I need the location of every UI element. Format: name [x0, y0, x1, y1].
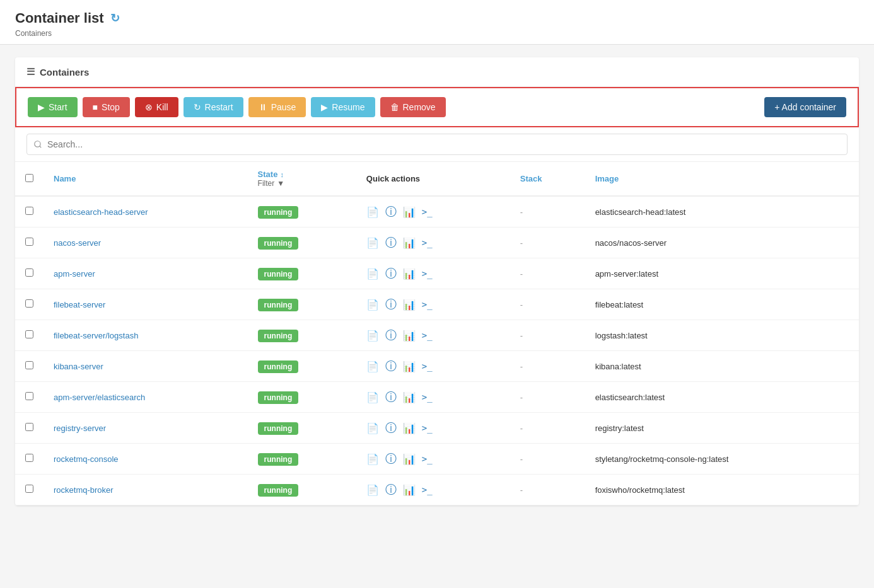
console-icon[interactable]: >_ — [422, 454, 433, 464]
info-icon[interactable]: ⓘ — [385, 328, 397, 343]
container-name-link[interactable]: rocketmq-broker — [54, 485, 114, 495]
resume-icon: ▶ — [321, 102, 328, 112]
console-icon[interactable]: >_ — [422, 238, 433, 248]
row-checkbox[interactable] — [25, 330, 33, 338]
status-badge: running — [258, 330, 299, 342]
image-cell: logstash:latest — [585, 320, 859, 351]
row-checkbox[interactable] — [25, 392, 33, 400]
pause-button[interactable]: ⏸ Pause — [248, 97, 306, 117]
logs-icon[interactable]: 📄 — [366, 484, 379, 496]
console-icon[interactable]: >_ — [422, 330, 433, 340]
container-name-link[interactable]: apm-server — [54, 269, 95, 279]
row-checkbox[interactable] — [25, 268, 33, 277]
state-filter-icon[interactable]: ▼ — [277, 179, 284, 188]
logs-icon[interactable]: 📄 — [366, 299, 379, 311]
console-icon[interactable]: >_ — [422, 361, 433, 371]
image-cell: styletang/rocketmq-console-ng:latest — [585, 444, 859, 475]
info-icon[interactable]: ⓘ — [385, 359, 397, 374]
container-name-link[interactable]: apm-server/elasticsearch — [54, 393, 145, 402]
stats-icon[interactable]: 📊 — [403, 360, 416, 372]
kill-button[interactable]: ⊗ Kill — [135, 97, 178, 117]
info-icon[interactable]: ⓘ — [385, 420, 397, 435]
info-icon[interactable]: ⓘ — [385, 266, 397, 281]
status-badge: running — [258, 206, 299, 219]
image-cell: apm-server:latest — [585, 258, 859, 289]
logs-icon[interactable]: 📄 — [366, 268, 379, 280]
logs-icon[interactable]: 📄 — [366, 391, 379, 403]
stats-icon[interactable]: 📊 — [403, 453, 416, 465]
console-icon[interactable]: >_ — [422, 268, 433, 279]
container-name-link[interactable]: filebeat-server — [54, 300, 105, 309]
container-name-link[interactable]: rocketmq-console — [54, 454, 119, 464]
refresh-icon[interactable]: ↻ — [110, 11, 120, 25]
col-header-state: State ↕ Filter ▼ — [248, 162, 356, 196]
stats-icon[interactable]: 📊 — [403, 422, 416, 434]
containers-icon: ☰ — [26, 66, 35, 78]
state-sort-icon[interactable]: ↕ — [280, 171, 284, 178]
row-checkbox[interactable] — [25, 207, 33, 215]
search-input[interactable] — [26, 134, 848, 155]
console-icon[interactable]: >_ — [422, 392, 433, 402]
status-badge: running — [258, 268, 299, 280]
logs-icon[interactable]: 📄 — [366, 422, 379, 434]
quick-actions-cell: 📄 ⓘ 📊 >_ — [366, 266, 500, 281]
resume-button[interactable]: ▶ Resume — [311, 97, 375, 117]
stats-icon[interactable]: 📊 — [403, 391, 416, 403]
image-cell: foxiswho/rocketmq:latest — [585, 475, 859, 505]
stack-cell: - — [510, 320, 585, 351]
remove-button[interactable]: 🗑 Remove — [380, 97, 446, 117]
logs-icon[interactable]: 📄 — [366, 453, 379, 465]
col-header-image: Image — [585, 162, 859, 196]
info-icon[interactable]: ⓘ — [385, 297, 397, 312]
stats-icon[interactable]: 📊 — [403, 330, 416, 342]
stop-button[interactable]: ■ Stop — [83, 97, 130, 117]
status-badge: running — [258, 422, 299, 435]
stats-icon[interactable]: 📊 — [403, 484, 416, 496]
container-name-link[interactable]: kibana-server — [54, 362, 103, 371]
logs-icon[interactable]: 📄 — [366, 206, 379, 218]
container-name-link[interactable]: nacos-server — [54, 238, 101, 248]
row-checkbox[interactable] — [25, 454, 33, 462]
table-row: registry-server running 📄 ⓘ 📊 >_ - regis… — [15, 413, 859, 444]
container-name-link[interactable]: filebeat-server/logstash — [54, 331, 138, 340]
console-icon[interactable]: >_ — [422, 207, 433, 217]
info-icon[interactable]: ⓘ — [385, 389, 397, 405]
select-all-checkbox[interactable] — [25, 174, 33, 182]
row-checkbox[interactable] — [25, 299, 33, 308]
stats-icon[interactable]: 📊 — [403, 206, 416, 218]
row-checkbox[interactable] — [25, 238, 33, 246]
restart-button[interactable]: ↻ Restart — [184, 97, 243, 117]
card-header: ☰ Containers — [15, 57, 859, 87]
stats-icon[interactable]: 📊 — [403, 268, 416, 280]
table-row: elasticsearch-head-server running 📄 ⓘ 📊 … — [15, 196, 859, 228]
logs-icon[interactable]: 📄 — [366, 360, 379, 372]
table-row: apm-server running 📄 ⓘ 📊 >_ - apm-server… — [15, 258, 859, 289]
logs-icon[interactable]: 📄 — [366, 330, 379, 342]
info-icon[interactable]: ⓘ — [385, 482, 397, 497]
start-button[interactable]: ▶ Start — [28, 97, 78, 117]
status-badge: running — [258, 299, 299, 311]
console-icon[interactable]: >_ — [422, 299, 433, 309]
main-content: ☰ Containers ▶ Start ■ Stop ⊗ Kill ↻ Res… — [0, 45, 874, 518]
console-icon[interactable]: >_ — [422, 485, 433, 495]
add-container-button[interactable]: + Add container — [764, 97, 846, 117]
col-header-quick-actions: Quick actions — [356, 162, 510, 196]
row-checkbox[interactable] — [25, 485, 33, 493]
console-icon[interactable]: >_ — [422, 423, 433, 433]
info-icon[interactable]: ⓘ — [385, 235, 397, 250]
table-row: filebeat-server/logstash running 📄 ⓘ 📊 >… — [15, 320, 859, 351]
info-icon[interactable]: ⓘ — [385, 451, 397, 466]
container-name-link[interactable]: elasticsearch-head-server — [54, 207, 148, 217]
row-checkbox[interactable] — [25, 361, 33, 369]
logs-icon[interactable]: 📄 — [366, 237, 379, 249]
stack-cell: - — [510, 258, 585, 289]
stats-icon[interactable]: 📊 — [403, 299, 416, 311]
info-icon[interactable]: ⓘ — [385, 204, 397, 219]
quick-actions-cell: 📄 ⓘ 📊 >_ — [366, 297, 500, 312]
pause-icon: ⏸ — [259, 102, 267, 112]
quick-actions-cell: 📄 ⓘ 📊 >_ — [366, 235, 500, 250]
row-checkbox[interactable] — [25, 423, 33, 431]
stats-icon[interactable]: 📊 — [403, 237, 416, 249]
container-name-link[interactable]: registry-server — [54, 424, 106, 433]
stack-cell: - — [510, 228, 585, 258]
